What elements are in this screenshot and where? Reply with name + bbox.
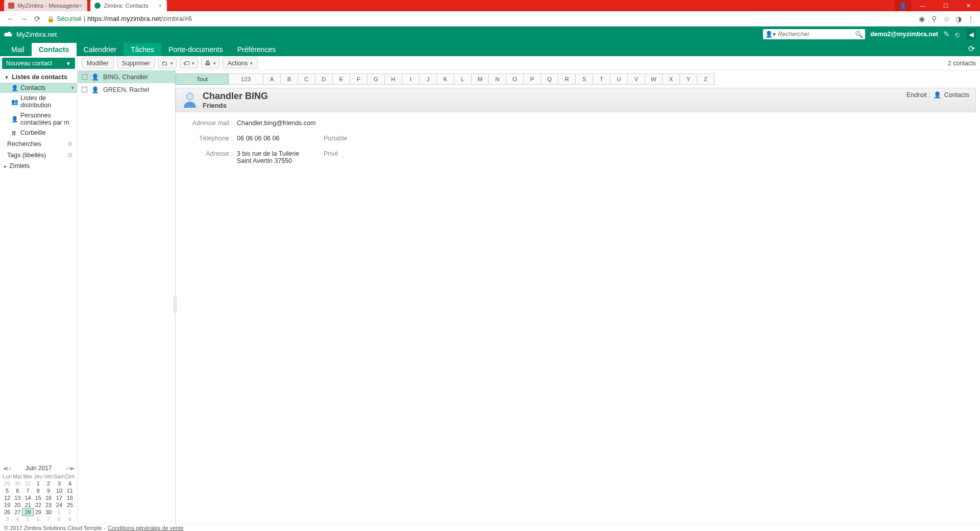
cal-day[interactable]: 15 (33, 494, 43, 501)
cal-day[interactable]: 1 (54, 509, 65, 516)
cal-day[interactable]: 10 (54, 487, 65, 494)
print-button[interactable]: 🖶▾ (201, 58, 219, 68)
cal-day[interactable]: 14 (22, 494, 33, 501)
cal-day[interactable]: 12 (2, 494, 12, 501)
tab-briefcase[interactable]: Porte-documents (161, 43, 230, 56)
lists-header[interactable]: ▼ Listes de contacts (0, 71, 77, 83)
alpha-A[interactable]: A (263, 74, 281, 85)
sidebar-tags[interactable]: Tags (libellés) ⚙ (0, 149, 77, 160)
cal-day[interactable]: 18 (65, 494, 75, 501)
list-item[interactable]: 👤 GREEN, Rachel (78, 83, 175, 96)
checkbox[interactable] (82, 74, 87, 80)
tag-button[interactable]: 🏷▾ (180, 58, 198, 68)
close-button[interactable]: ✕ (957, 0, 980, 11)
email-value[interactable]: Chandler.bing@friends.com (237, 119, 324, 127)
cal-day[interactable]: 2 (43, 480, 54, 487)
search-input[interactable] (778, 31, 855, 38)
alpha-L[interactable]: L (454, 74, 472, 85)
gear-icon[interactable]: ⚙ (67, 140, 73, 148)
cal-day[interactable]: 19 (2, 501, 12, 509)
forward-icon[interactable]: → (19, 14, 29, 23)
tab-tasks[interactable]: Tâches (124, 43, 161, 56)
collapse-icon[interactable]: ◀ (967, 29, 976, 40)
alpha-K[interactable]: K (437, 74, 454, 85)
alpha-Y[interactable]: Y (680, 74, 697, 85)
eye-icon[interactable]: ◉ (917, 15, 927, 23)
alpha-W[interactable]: W (645, 74, 663, 85)
cal-day[interactable]: 2 (65, 509, 75, 516)
tab-calendar[interactable]: Calendrier (77, 43, 124, 56)
cal-day[interactable]: 8 (33, 487, 43, 494)
compose-icon[interactable]: ✎ (943, 30, 950, 39)
cal-day[interactable]: 24 (54, 501, 65, 509)
alpha-Q[interactable]: Q (541, 74, 558, 85)
delete-button[interactable]: Supprimer (117, 58, 155, 68)
cal-day[interactable]: 7 (22, 487, 33, 494)
cal-day[interactable]: 23 (43, 501, 54, 509)
alpha-N[interactable]: N (489, 74, 506, 85)
cal-day[interactable]: 29 (33, 509, 43, 516)
app-logo[interactable]: MyZimbra.net (3, 31, 57, 38)
sidebar-zimlets[interactable]: ▸ Zimlets (0, 160, 77, 172)
cal-day[interactable]: 4 (12, 516, 22, 523)
sidebar-searches[interactable]: Recherches ⚙ (0, 138, 77, 149)
cal-day[interactable]: 5 (22, 516, 33, 523)
alpha-I[interactable]: I (402, 74, 420, 85)
sidebar-item-distribution[interactable]: 👥 Listes de distribution (0, 93, 77, 110)
alpha-B[interactable]: B (281, 74, 298, 85)
cal-day[interactable]: 6 (33, 516, 43, 523)
cal-day[interactable]: 1 (33, 480, 43, 487)
sidebar-item-emailed[interactable]: 👤 Personnes contactées par m (0, 110, 77, 128)
alpha-J[interactable]: J (420, 74, 437, 85)
tab-mail[interactable]: Mail (4, 43, 32, 56)
alpha-T[interactable]: T (593, 74, 610, 85)
omnibox[interactable]: 🔒 Sécurisé | https://mail.myzimbra.net/z… (47, 13, 912, 25)
alpha-H[interactable]: H (385, 74, 402, 85)
cal-day[interactable]: 22 (33, 501, 43, 509)
alpha-M[interactable]: M (472, 74, 489, 85)
back-icon[interactable]: ← (6, 14, 15, 23)
cal-day[interactable]: 7 (43, 516, 54, 523)
gear-icon[interactable]: ⚙ (67, 152, 73, 159)
cal-day[interactable]: 3 (2, 516, 12, 523)
caret-down-icon[interactable]: ▾ (71, 85, 74, 90)
new-contact-button[interactable]: Nouveau contact ▼ (2, 58, 75, 69)
cal-day[interactable]: 3 (54, 480, 65, 487)
alpha-C[interactable]: C (298, 74, 315, 85)
browser-tab-2[interactable]: Zimbra: Contacts × (90, 0, 167, 11)
actions-button[interactable]: Actions▾ (223, 58, 258, 68)
edit-button[interactable]: Modifier (82, 58, 114, 68)
alpha-P[interactable]: P (524, 74, 541, 85)
move-button[interactable]: 🗀▾ (158, 58, 177, 68)
alpha-V[interactable]: V (628, 74, 645, 85)
cal-day[interactable]: 26 (2, 509, 12, 516)
cal-day[interactable]: 17 (54, 494, 65, 501)
checkbox[interactable] (82, 87, 87, 92)
menu-icon[interactable]: ⋮ (966, 15, 976, 23)
star-icon[interactable]: ☆ (941, 15, 951, 23)
close-icon[interactable]: × (79, 3, 82, 9)
extension-icon[interactable]: ◑ (953, 15, 964, 23)
cal-day[interactable]: 28 (22, 509, 33, 516)
cal-day[interactable]: 5 (2, 487, 12, 494)
minimize-button[interactable]: — (911, 0, 934, 11)
cal-day[interactable]: 11 (65, 487, 75, 494)
alpha-X[interactable]: X (663, 74, 680, 85)
alpha-D[interactable]: D (315, 74, 333, 85)
cal-day[interactable]: 9 (65, 516, 75, 523)
cal-day[interactable]: 6 (12, 487, 22, 494)
cal-day[interactable]: 13 (12, 494, 22, 501)
cal-day[interactable]: 29 (2, 480, 12, 487)
resize-handle[interactable] (174, 297, 177, 312)
cal-day[interactable]: 9 (43, 487, 54, 494)
alpha-Z[interactable]: Z (697, 74, 715, 85)
search-icon[interactable]: 🔍 (855, 31, 863, 38)
cal-day[interactable]: 30 (12, 480, 22, 487)
alpha-O[interactable]: O (506, 74, 524, 85)
maximize-button[interactable]: ☐ (934, 0, 957, 11)
list-item[interactable]: 👤 BING, Chandler (78, 70, 175, 83)
cal-day[interactable]: 4 (65, 480, 75, 487)
cal-prev[interactable]: ≪‹ (3, 466, 11, 471)
key-icon[interactable]: ⚲ (929, 15, 939, 23)
sidebar-item-trash[interactable]: 🗑 Corbeille (0, 128, 77, 138)
